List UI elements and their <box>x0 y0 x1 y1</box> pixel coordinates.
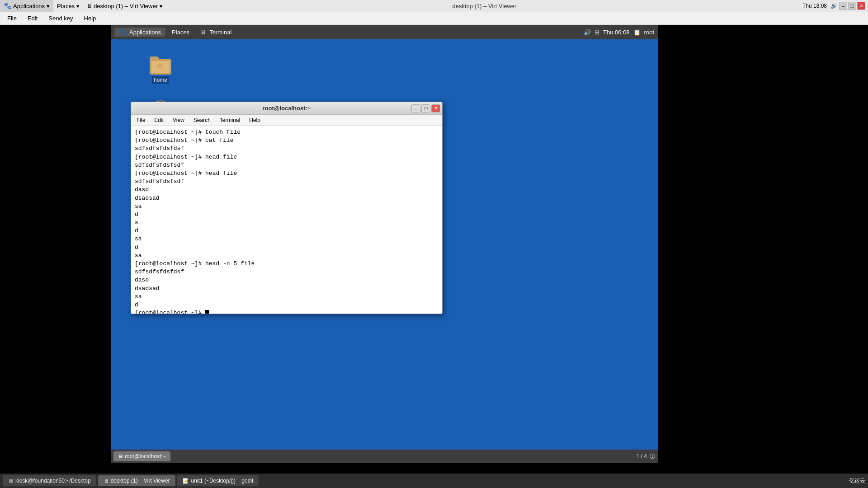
right-black-area <box>658 25 868 463</box>
host-places-label: Places <box>57 3 75 9</box>
terminal-line: d <box>135 301 439 309</box>
terminal-edit-menu[interactable]: Edit <box>151 117 167 124</box>
vm-terminal-launcher[interactable]: 🖥 Terminal <box>196 28 236 37</box>
vm-terminal-icon: 🖥 <box>200 28 207 36</box>
vm-applications-label: Applications <box>129 29 161 36</box>
virt-file-menu[interactable]: File <box>3 14 21 23</box>
host-virt-chevron: ▾ <box>160 3 163 9</box>
terminal-titlebar: root@localhost:~ – □ ✕ <box>131 102 442 115</box>
host-places-chevron: ▾ <box>76 3 80 9</box>
kiosk-label: kiosk@foundation50:~/Desktop <box>15 478 91 484</box>
vm-taskbar-terminal-label: root@localhost:~ <box>125 453 166 460</box>
terminal-line: sdfsdfsfdsfsdf <box>135 178 439 186</box>
terminal-search-menu[interactable]: Search <box>190 117 214 124</box>
terminal-window: root@localhost:~ – □ ✕ File Edit View Se… <box>131 102 443 314</box>
terminal-line: sdfsdfsfdsfdsf <box>135 268 439 276</box>
host-taskbar-right: 亿运云 <box>849 477 865 485</box>
terminal-line: [root@localhost ~]# <box>135 309 439 314</box>
host-taskbar-brand: 亿运云 <box>849 477 865 485</box>
terminal-view-menu[interactable]: View <box>169 117 188 124</box>
virt-help-menu[interactable]: Help <box>80 14 101 23</box>
vm-taskbar-terminal[interactable]: 🖥 root@localhost:~ <box>113 451 170 461</box>
virt-task-label: desktop (1) – Virt Viewer <box>111 478 170 484</box>
vm-taskbar-right: 1 / 4 ⓘ <box>637 453 655 460</box>
folder-graphic: ⌂ <box>150 56 171 75</box>
host-task-gedit[interactable]: 📝 unit1 (~Desktop/j)) – gedit <box>177 475 259 486</box>
vm-desktop: 🐾 Applications Places 🖥 Terminal 🔊 ⊞ Thu… <box>111 25 658 463</box>
vm-applications-menu[interactable]: 🐾 Applications <box>114 28 165 37</box>
folder-body: ⌂ <box>150 59 171 75</box>
left-black-area <box>0 25 111 463</box>
window-title: desktop (1) – Virt Viewer <box>166 3 802 9</box>
terminal-close-button[interactable]: ✕ <box>431 104 440 113</box>
gedit-label: unit1 (~Desktop/j)) – gedit <box>191 478 254 484</box>
terminal-line: d <box>135 227 439 235</box>
terminal-line: dsadsad <box>135 194 439 202</box>
terminal-line: sa <box>135 235 439 243</box>
vm-info-icon: ⓘ <box>650 453 655 460</box>
terminal-line: [root@localhost ~]# head -n 5 file <box>135 260 439 268</box>
vm-clock: Thu 06:08 <box>603 29 630 36</box>
terminal-content[interactable]: [root@localhost ~]# touch file[root@loca… <box>131 126 442 314</box>
host-topbar: 🐾 Applications ▾ Places ▾ 🖥 desktop (1) … <box>0 0 868 12</box>
host-task-kiosk[interactable]: 🖥 kiosk@foundation50:~/Desktop <box>3 475 96 486</box>
vm-user-icon: 📋 <box>633 29 641 36</box>
host-applications-label: Applications <box>13 3 45 9</box>
vm-places-label: Places <box>172 29 189 36</box>
terminal-maximize-button[interactable]: □ <box>421 104 430 113</box>
terminal-line: [root@localhost ~]# touch file <box>135 128 439 136</box>
folder-inner: ⌂ <box>151 61 170 73</box>
virt-task-icon: 🖥 <box>104 478 108 483</box>
speaker-icon: 🔊 <box>830 3 837 9</box>
host-task-virt[interactable]: 🖥 desktop (1) – Virt Viewer <box>98 475 175 486</box>
terminal-line: dsadsad <box>135 285 439 293</box>
home-folder-icon[interactable]: ⌂ home <box>142 56 179 84</box>
terminal-line: s <box>135 219 439 227</box>
host-virt-label: desktop (1) – Virt Viewer <box>94 3 158 9</box>
terminal-title: root@localhost:~ <box>263 105 311 112</box>
terminal-help-menu[interactable]: Help <box>245 117 264 124</box>
vm-top-panel: 🐾 Applications Places 🖥 Terminal 🔊 ⊞ Thu… <box>111 25 658 39</box>
virt-sendkey-menu[interactable]: Send key <box>44 14 77 23</box>
terminal-line: [root@localhost ~]# head file <box>135 169 439 178</box>
home-icon-label: home <box>152 76 169 84</box>
window-controls: – □ ✕ <box>839 2 868 10</box>
host-virt-menu[interactable]: 🖥 desktop (1) – Virt Viewer ▾ <box>83 0 166 12</box>
terminal-minimize-button[interactable]: – <box>411 104 420 113</box>
host-taskbar: 🖥 kiosk@foundation50:~/Desktop 🖥 desktop… <box>0 474 868 488</box>
terminal-line: sa <box>135 252 439 260</box>
terminal-line: dasd <box>135 276 439 284</box>
vm-user-label: root <box>644 29 654 36</box>
vm-panel-right: 🔊 ⊞ Thu 06:08 📋 root <box>584 29 654 36</box>
virt-edit-menu[interactable]: Edit <box>23 14 42 23</box>
vm-terminal-label: Terminal <box>209 29 231 36</box>
home-house-icon: ⌂ <box>158 61 162 69</box>
close-button[interactable]: ✕ <box>857 2 865 10</box>
terminal-line: d <box>135 211 439 219</box>
vm-taskbar: 🖥 root@localhost:~ 1 / 4 ⓘ <box>111 450 658 463</box>
taskbar-terminal-icon: 🖥 <box>118 454 123 459</box>
terminal-line: d <box>135 244 439 252</box>
kiosk-icon: 🖥 <box>8 478 13 483</box>
vm-pager: 1 / 4 <box>637 453 647 460</box>
host-clock: Thu 18:08 <box>802 3 827 9</box>
terminal-line: [root@localhost ~]# cat file <box>135 136 439 145</box>
terminal-terminal-menu[interactable]: Terminal <box>216 117 244 124</box>
terminal-window-buttons: – □ ✕ <box>411 104 440 113</box>
vm-gnome-icon: 🐾 <box>119 28 127 36</box>
vm-screen-icon: ⊞ <box>594 29 599 36</box>
host-applications-menu[interactable]: 🐾 Applications ▾ <box>0 0 53 12</box>
terminal-line: sa <box>135 293 439 301</box>
terminal-file-menu[interactable]: File <box>133 117 149 124</box>
vm-volume-icon: 🔊 <box>584 29 591 36</box>
terminal-menubar: File Edit View Search Terminal Help <box>131 115 442 126</box>
terminal-line: dasd <box>135 186 439 194</box>
terminal-line: sdfsdfsfdsfdsf <box>135 145 439 153</box>
terminal-cursor <box>205 310 209 314</box>
vm-places-menu[interactable]: Places <box>167 28 194 37</box>
minimize-button[interactable]: – <box>839 2 847 10</box>
terminal-line: sdfsdfsfdsfsdf <box>135 161 439 169</box>
maximize-button[interactable]: □ <box>848 2 856 10</box>
host-places-menu[interactable]: Places ▾ <box>53 0 83 12</box>
virt-menubar: File Edit Send key Help <box>0 12 868 25</box>
